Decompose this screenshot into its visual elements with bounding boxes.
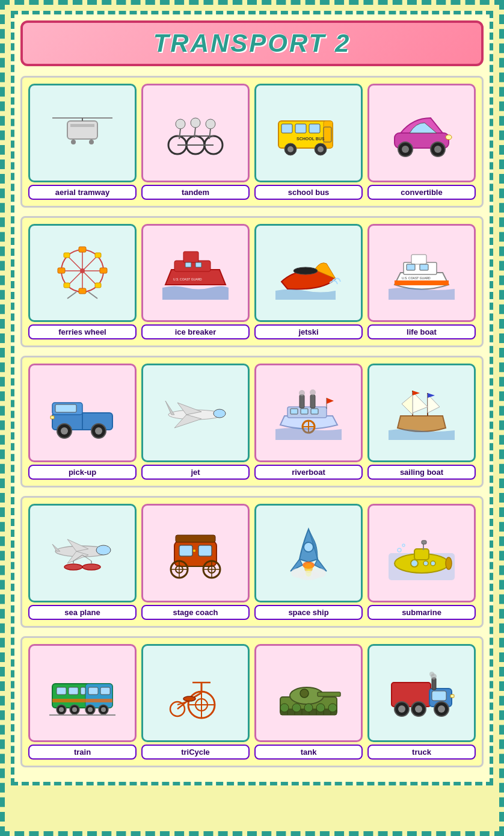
svg-point-125 [423, 561, 428, 566]
svg-rect-77 [310, 395, 315, 408]
svg-rect-132 [69, 687, 78, 695]
svg-rect-186 [450, 695, 454, 698]
svg-rect-66 [55, 404, 76, 412]
svg-point-128 [402, 544, 405, 546]
card-convertible: convertible [367, 84, 476, 200]
svg-text:U.S. COAST GUARD: U.S. COAST GUARD [402, 276, 431, 280]
svg-point-14 [191, 118, 200, 128]
image-tricycle [141, 644, 250, 743]
svg-point-160 [300, 689, 309, 698]
svg-point-34 [434, 146, 441, 153]
card-aerial-tramway: aerial tramway [28, 84, 137, 200]
label-school-bus: school bus [254, 185, 363, 200]
card-tank: tank [254, 644, 363, 760]
grid-row-3: pick-up [28, 364, 476, 480]
label-riverboat: riverboat [254, 465, 363, 480]
svg-rect-134 [88, 687, 98, 695]
label-tandem: tandem [141, 185, 250, 200]
svg-rect-85 [311, 409, 318, 414]
svg-point-155 [183, 696, 195, 701]
image-tandem [141, 84, 250, 182]
label-ice-breaker: ice breaker [141, 324, 250, 339]
svg-line-50 [67, 292, 76, 299]
svg-rect-61 [407, 264, 415, 270]
label-truck: truck [367, 745, 476, 760]
svg-rect-23 [309, 124, 320, 133]
svg-rect-120 [414, 549, 429, 560]
svg-rect-42 [79, 288, 86, 294]
svg-point-101 [193, 550, 195, 552]
svg-point-27 [287, 146, 293, 152]
svg-rect-99 [179, 545, 192, 556]
svg-rect-41 [79, 247, 86, 252]
svg-point-92 [82, 564, 100, 570]
svg-rect-43 [58, 268, 65, 273]
svg-rect-45 [64, 253, 70, 258]
label-submarine: submarine [367, 605, 476, 620]
svg-rect-84 [301, 409, 308, 414]
card-tandem: tandem [141, 84, 250, 200]
svg-rect-159 [318, 692, 340, 696]
image-riverboat [254, 364, 363, 462]
card-school-bus: SCHOOL BUS school bus [254, 84, 363, 200]
svg-point-179 [429, 672, 434, 677]
label-train: train [28, 745, 137, 760]
svg-line-51 [88, 292, 97, 299]
svg-point-173 [328, 704, 337, 712]
svg-rect-22 [295, 124, 306, 133]
svg-point-181 [398, 705, 405, 713]
section-row-5: train [20, 636, 484, 768]
svg-rect-59 [411, 255, 426, 264]
svg-rect-131 [57, 687, 66, 695]
card-jetski: jetski [254, 224, 363, 340]
card-tricycle: triCycle [141, 644, 250, 760]
image-jet [141, 364, 250, 462]
svg-point-169 [280, 704, 289, 712]
svg-rect-44 [100, 268, 107, 273]
label-pickup: pick-up [28, 465, 137, 480]
section-row-1: aerial tramway [20, 76, 484, 208]
label-jet: jet [141, 465, 250, 480]
svg-rect-47 [64, 283, 70, 288]
label-jetski: jetski [254, 324, 363, 339]
svg-rect-60 [395, 280, 449, 285]
grid-row-4: sea plane [28, 504, 476, 620]
label-space-ship: space ship [254, 605, 363, 620]
section-row-3: pick-up [20, 356, 484, 488]
label-tank: tank [254, 745, 363, 760]
svg-point-144 [101, 707, 106, 712]
svg-point-35 [446, 135, 452, 140]
svg-rect-100 [198, 545, 212, 556]
svg-rect-21 [281, 124, 292, 133]
image-stage-coach [141, 504, 250, 602]
image-life-boat: U.S. COAST GUARD [367, 224, 476, 323]
svg-point-171 [304, 704, 313, 712]
card-space-ship: space ship [254, 504, 363, 620]
svg-rect-136 [52, 699, 112, 702]
svg-rect-98 [176, 535, 215, 542]
image-convertible [367, 84, 476, 182]
section-row-4: sea plane [20, 496, 484, 628]
svg-point-79 [310, 389, 316, 395]
svg-rect-83 [290, 409, 298, 414]
image-sea-plane [28, 504, 137, 602]
svg-rect-176 [432, 691, 446, 701]
svg-rect-53 [183, 252, 198, 262]
card-ferries-wheel: ferries wheel [28, 224, 137, 340]
svg-rect-177 [432, 678, 436, 690]
svg-point-127 [398, 548, 401, 552]
label-life-boat: life boat [367, 324, 476, 339]
card-train: train [28, 644, 137, 760]
svg-point-57 [293, 267, 318, 274]
svg-rect-55 [195, 262, 201, 267]
page-wrapper: TRANSPORT 2 aerial tramwa [11, 11, 493, 785]
label-stage-coach: stage coach [141, 605, 250, 620]
grid-row-1: aerial tramway [28, 84, 476, 200]
section-row-2: ferries wheel U.S. COAS [20, 216, 484, 348]
label-ferries-wheel: ferries wheel [28, 324, 137, 339]
svg-point-91 [64, 564, 82, 570]
image-ice-breaker: U.S. COAST GUARD [141, 224, 250, 323]
svg-point-15 [206, 119, 215, 129]
title-banner: TRANSPORT 2 [20, 20, 484, 66]
svg-rect-122 [422, 540, 426, 544]
